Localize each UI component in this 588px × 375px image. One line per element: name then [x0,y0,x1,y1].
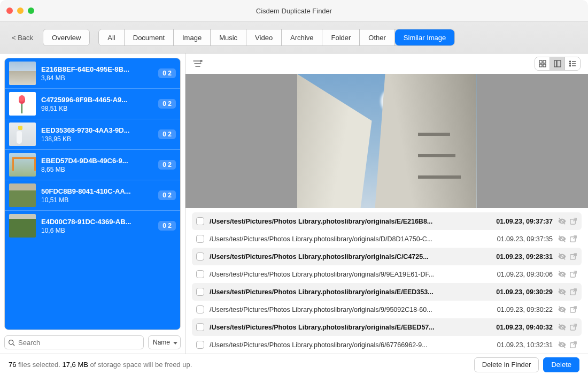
file-row[interactable]: /Users/test/Pictures/Photos Library.phot… [192,248,582,265]
group-item[interactable]: EED35368-9730-4AA3-9D...138,95 KB0 2 [5,119,180,150]
group-count-pill: 0 2 [158,160,176,170]
back-button[interactable]: < Back [11,34,34,42]
tab-video[interactable]: Video [246,29,282,45]
open-external-icon[interactable] [569,217,577,225]
group-title: 50FDC8B9-8041-410C-AA... [41,187,153,195]
svg-line-19 [574,218,577,221]
svg-rect-8 [543,64,546,67]
svg-line-28 [574,271,577,274]
sort-wrap: Name [148,335,181,349]
svg-rect-10 [557,60,561,67]
footer: 76 files selected. 17,6 MB of storage sp… [0,354,588,375]
group-size: 10,51 MB [41,196,153,204]
group-size: 8,65 MB [41,166,153,173]
tab-archive[interactable]: Archive [282,29,322,45]
view-list-button[interactable] [565,57,580,70]
group-item[interactable]: E216B8EF-64E0-495E-8B...3,84 MB0 2 [5,58,180,89]
search-field-wrap[interactable] [4,335,144,349]
group-item[interactable]: EBED57D4-9D4B-49C6-9...8,65 MB0 2 [5,150,180,180]
zoom-window-icon[interactable] [28,7,34,14]
eye-slash-icon[interactable] [558,288,566,296]
file-checkbox[interactable] [196,323,204,331]
tab-folder[interactable]: Folder [322,29,360,45]
file-checkbox[interactable] [196,217,204,225]
overview-button[interactable]: Overview [43,29,89,45]
file-actions [558,323,577,331]
file-checkbox[interactable] [196,252,204,261]
group-count-pill: 0 2 [158,68,176,78]
eye-slash-icon[interactable] [558,323,566,331]
tab-all[interactable]: All [99,29,124,45]
main-panel: /Users/test/Pictures/Photos Library.phot… [185,53,588,354]
file-row[interactable]: /Users/test/Pictures/Photos Library.phot… [192,301,582,318]
open-external-icon[interactable] [569,270,577,278]
group-size: 3,84 MB [41,74,153,82]
group-title: E4D00C78-91DC-4369-AB... [41,218,153,226]
eye-slash-icon[interactable] [558,270,566,278]
file-row[interactable]: /Users/test/Pictures/Photos Library.phot… [192,336,582,354]
group-thumbnail [9,153,36,177]
file-row[interactable]: /Users/test/Pictures/Photos Library.phot… [192,318,582,336]
open-external-icon[interactable] [569,252,577,261]
file-row[interactable]: /Users/test/Pictures/Photos Library.phot… [192,265,582,283]
overview-segment: Overview [43,29,90,46]
open-external-icon[interactable] [569,305,577,313]
svg-line-22 [574,236,577,239]
file-path: /Users/test/Pictures/Photos Library.phot… [210,341,473,349]
group-thumbnail [9,62,36,85]
file-checkbox[interactable] [196,235,204,243]
group-title: EED35368-9730-4AA3-9D... [41,126,153,134]
group-count-pill: 0 2 [158,99,176,109]
tab-similar-image[interactable]: Similar Image [395,29,454,45]
file-date: 01.09.23, 09:37:35 [478,235,553,243]
file-path: /Users/test/Pictures/Photos Library.phot… [210,235,473,243]
group-thumbnail [9,183,36,207]
file-row[interactable]: /Users/test/Pictures/Photos Library.phot… [192,283,582,301]
tab-other[interactable]: Other [360,29,395,45]
file-row[interactable]: /Users/test/Pictures/Photos Library.phot… [192,212,582,230]
open-external-icon[interactable] [569,235,577,243]
open-external-icon[interactable] [569,341,577,349]
file-checkbox[interactable] [196,341,204,349]
eye-slash-icon[interactable] [558,235,566,243]
main-toolbar [185,53,588,74]
group-size: 10,6 MB [41,227,153,234]
tab-music[interactable]: Music [211,29,246,45]
group-size: 98,51 KB [41,105,153,112]
group-item[interactable]: 50FDC8B9-8041-410C-AA...10,51 MB0 2 [5,180,180,211]
toolbar: < Back Overview AllDocumentImageMusicVid… [0,21,588,53]
group-thumbnail [9,92,36,116]
delete-button[interactable]: Delete [543,357,579,372]
view-columns-button[interactable] [550,57,565,70]
svg-line-40 [574,342,577,345]
minimize-window-icon[interactable] [17,7,24,14]
footer-status: 76 files selected. 17,6 MB of storage sp… [9,361,192,369]
file-actions [558,270,577,278]
file-path: /Users/test/Pictures/Photos Library.phot… [210,218,473,225]
search-input[interactable] [15,339,140,347]
tab-image[interactable]: Image [174,29,211,45]
file-checkbox[interactable] [196,288,204,296]
svg-rect-7 [539,64,542,67]
file-actions [558,341,577,349]
close-window-icon[interactable] [6,7,13,14]
eye-slash-icon[interactable] [558,252,566,261]
open-external-icon[interactable] [569,288,577,296]
group-item[interactable]: E4D00C78-91DC-4369-AB...10,6 MB0 2 [5,211,180,241]
eye-slash-icon[interactable] [558,305,566,313]
filter-icon[interactable] [193,60,203,67]
delete-in-finder-button[interactable]: Delete in Finder [474,357,539,372]
file-actions [558,235,577,243]
tab-document[interactable]: Document [125,29,174,45]
group-text: 50FDC8B9-8041-410C-AA...10,51 MB [41,187,153,204]
eye-slash-icon[interactable] [558,341,566,349]
sort-select[interactable]: Name [148,335,181,349]
file-checkbox[interactable] [196,305,204,313]
eye-slash-icon[interactable] [558,217,566,225]
group-count-pill: 0 2 [158,190,176,200]
open-external-icon[interactable] [569,323,577,331]
group-item[interactable]: C4725996-8F9B-4465-A9...98,51 KB0 2 [5,89,180,119]
file-checkbox[interactable] [196,270,204,278]
file-row[interactable]: /Users/test/Pictures/Photos Library.phot… [192,230,582,248]
view-grid-button[interactable] [535,57,550,70]
